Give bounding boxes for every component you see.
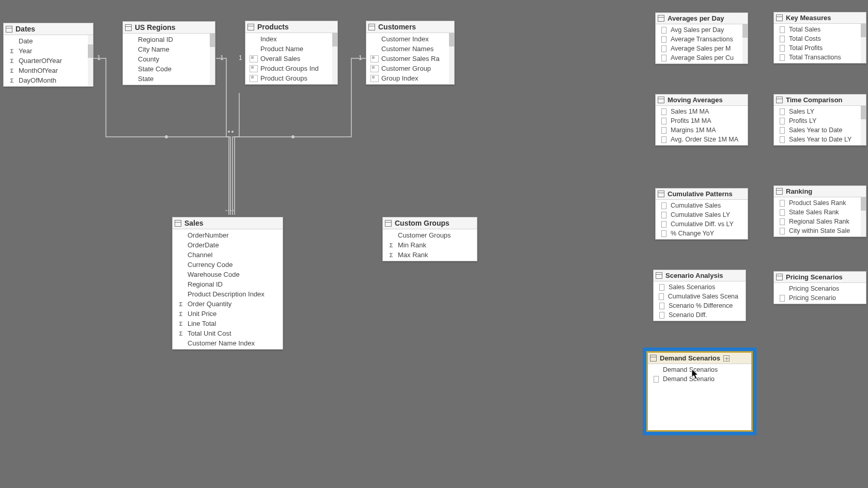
table-averages-per-day[interactable]: Averages per Day Avg Sales per Day Avera…	[655, 12, 748, 64]
table-demand-scenarios-selection[interactable]: Demand Scenarios Demand Scenarios Demand…	[643, 348, 756, 435]
expand-icon[interactable]	[723, 355, 730, 361]
svg-point-4	[291, 135, 295, 138]
field-item[interactable]: Product Groups Ind	[245, 64, 337, 73]
field-item[interactable]: Max Rank	[383, 250, 477, 260]
field-item[interactable]: Order Quantity	[173, 299, 283, 309]
field-item[interactable]: Product Name	[245, 44, 337, 54]
field-item[interactable]: Average Transactions	[656, 35, 748, 44]
field-item[interactable]: Cumulative Sales	[656, 201, 748, 210]
scrollbar[interactable]	[742, 24, 748, 64]
field-item[interactable]: OrderDate	[173, 240, 283, 250]
field-item[interactable]: Demand Scenarios	[648, 365, 751, 374]
field-item[interactable]: Total Transactions	[774, 53, 866, 62]
field-item[interactable]: County	[123, 54, 215, 64]
table-customers[interactable]: Customers Customer Index Customer Names …	[366, 21, 455, 85]
field-item[interactable]: Customer Index	[366, 34, 454, 44]
field-item[interactable]: Total Profits	[774, 43, 866, 53]
table-pricing-scenarios[interactable]: Pricing Scenarios Pricing Scenarios Pric…	[773, 271, 866, 304]
field-item[interactable]: Cumulative Diff. vs LY	[656, 219, 748, 229]
field-item[interactable]: Line Total	[173, 319, 283, 328]
table-title: Customers	[378, 23, 416, 31]
field-item[interactable]: Avg Sales per Day	[656, 25, 748, 35]
field-item[interactable]: Channel	[173, 250, 283, 260]
field-item[interactable]: Unit Price	[173, 309, 283, 319]
field-item[interactable]: MonthOfYear	[4, 66, 93, 75]
field-item[interactable]: Scenario % Difference	[654, 301, 746, 310]
field-item[interactable]: Average Sales per Cu	[656, 53, 748, 62]
field-item[interactable]: Sales Year to Date LY	[774, 135, 866, 144]
field-item[interactable]: Average Sales per M	[656, 44, 748, 53]
field-item[interactable]: Regional ID	[173, 279, 283, 289]
table-cumulative-patterns[interactable]: Cumulative Patterns Cumulative Sales Cum…	[655, 188, 748, 240]
field-item[interactable]: Pricing Scenario	[774, 293, 866, 303]
measure-icon	[778, 227, 786, 234]
scrollbar[interactable]	[210, 34, 215, 85]
field-item[interactable]: QuarterOfYear	[4, 56, 93, 66]
field-item[interactable]: Customer Name Index	[173, 338, 283, 348]
field-item[interactable]: Customer Names	[366, 44, 454, 54]
table-moving-averages[interactable]: Moving Averages Sales 1M MA Profits 1M M…	[655, 94, 748, 146]
scrollbar[interactable]	[88, 35, 93, 86]
field-item[interactable]: Min Rank	[383, 240, 477, 250]
model-diagram-canvas[interactable]: 1 1 1 1 **** Dates Date Year QuarterOfYe…	[0, 0, 868, 488]
field-item[interactable]: Total Sales	[774, 25, 866, 34]
table-us-regions[interactable]: US Regions Regional ID City Name County …	[122, 21, 215, 85]
field-item[interactable]: Index	[245, 34, 337, 44]
field-item[interactable]: Sales LY	[774, 107, 866, 116]
scrollbar[interactable]	[861, 106, 866, 145]
field-item[interactable]: % Change YoY	[656, 229, 748, 238]
field-item[interactable]: State	[123, 74, 215, 84]
field-item[interactable]: City within State Sale	[774, 226, 866, 235]
measure-icon	[658, 293, 665, 300]
scrollbar[interactable]	[861, 197, 866, 237]
field-item[interactable]: Year	[4, 46, 93, 56]
field-item[interactable]: Group Index	[366, 73, 454, 83]
field-item[interactable]: Cumulative Sales Scena	[654, 292, 746, 301]
table-dates[interactable]: Dates Date Year QuarterOfYear MonthOfYea…	[3, 23, 94, 87]
scrollbar[interactable]	[332, 33, 337, 84]
field-item[interactable]: Overall Sales	[245, 54, 337, 64]
table-products[interactable]: Products Index Product Name Overall Sale…	[245, 21, 338, 85]
field-item[interactable]: OrderNumber	[173, 230, 283, 240]
field-item[interactable]: Total Unit Cost	[173, 328, 283, 338]
field-item[interactable]: Product Description Index	[173, 289, 283, 299]
table-sales[interactable]: Sales OrderNumber OrderDate Channel Curr…	[172, 217, 283, 350]
table-title: Time Comparison	[786, 96, 843, 104]
field-item[interactable]: Margins 1M MA	[656, 125, 748, 135]
table-scenario-analysis[interactable]: Scenario Analysis Sales Scenarios Cumula…	[653, 270, 746, 321]
field-item[interactable]: Product Groups	[245, 73, 337, 83]
field-item[interactable]: Date	[4, 36, 93, 46]
field-item[interactable]: Profits LY	[774, 116, 866, 125]
field-item[interactable]: Pricing Scenarios	[774, 284, 866, 293]
field-item[interactable]: Total Costs	[774, 34, 866, 43]
field-item[interactable]: DayOfMonth	[4, 75, 93, 85]
svg-text:****: ****	[225, 209, 235, 214]
table-time-comparison[interactable]: Time Comparison Sales LY Profits LY Sale…	[773, 94, 866, 146]
field-item[interactable]: Customer Group	[366, 64, 454, 73]
table-demand-scenarios[interactable]: Demand Scenarios Demand Scenarios Demand…	[646, 351, 753, 432]
field-item[interactable]: State Code	[123, 64, 215, 74]
field-item[interactable]: Demand Scenario	[648, 374, 751, 384]
measure-icon	[778, 218, 786, 225]
field-item[interactable]: Regional Sales Rank	[774, 217, 866, 226]
field-item[interactable]: State Sales Rank	[774, 208, 866, 217]
field-item[interactable]: Product Sales Rank	[774, 198, 866, 208]
field-item[interactable]: City Name	[123, 44, 215, 54]
table-custom-groups[interactable]: Custom Groups Customer Groups Min Rank M…	[382, 217, 477, 261]
field-item[interactable]: Currency Code	[173, 260, 283, 270]
field-item[interactable]: Warehouse Code	[173, 270, 283, 279]
field-item[interactable]: Sales Scenarios	[654, 282, 746, 292]
scrollbar[interactable]	[449, 33, 454, 84]
field-item[interactable]: Avg. Order Size 1M MA	[656, 135, 748, 144]
field-item[interactable]: Customer Sales Ra	[366, 54, 454, 64]
field-item[interactable]: Profits 1M MA	[656, 116, 748, 125]
table-key-measures[interactable]: Key Measures Total Sales Total Costs Tot…	[773, 12, 866, 64]
scrollbar[interactable]	[861, 24, 866, 63]
field-item[interactable]: Sales 1M MA	[656, 107, 748, 116]
field-item[interactable]: Scenario Diff.	[654, 310, 746, 320]
field-item[interactable]: Sales Year to Date	[774, 125, 866, 135]
field-item[interactable]: Cumulative Sales LY	[656, 210, 748, 219]
field-item[interactable]: Customer Groups	[383, 230, 477, 240]
field-item[interactable]: Regional ID	[123, 35, 215, 44]
table-ranking[interactable]: Ranking Product Sales Rank State Sales R…	[773, 185, 866, 237]
